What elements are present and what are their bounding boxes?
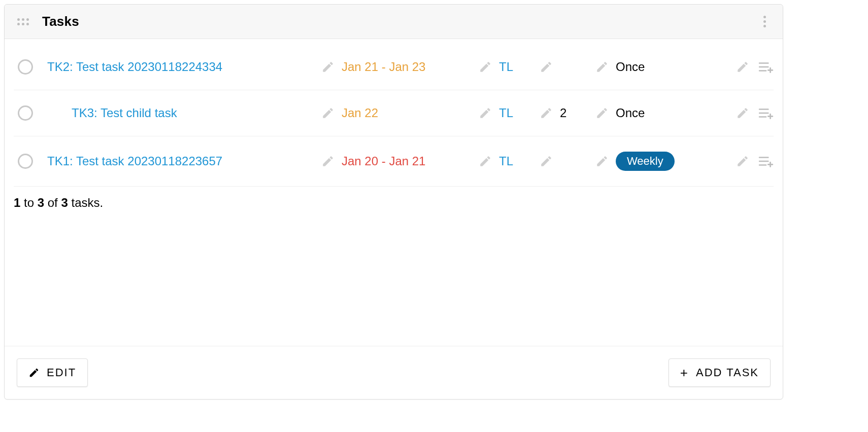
- task-count: 2: [560, 106, 566, 120]
- task-title-cell: TK2: Test task 20230118224334: [47, 60, 321, 74]
- drag-handle-icon[interactable]: [17, 16, 29, 28]
- task-title-link[interactable]: TK3: Test child task: [72, 106, 177, 120]
- tasks-panel: Tasks TK2: Test task 20230118224334Jan 2…: [4, 4, 783, 400]
- recurrence-text: Once: [616, 60, 645, 74]
- task-date: Jan 22: [342, 106, 378, 120]
- pencil-icon[interactable]: [736, 155, 749, 168]
- pencil-icon[interactable]: [736, 106, 749, 120]
- task-title-link[interactable]: TK1: Test task 20230118223657: [47, 154, 222, 168]
- pencil-icon[interactable]: [540, 60, 553, 74]
- task-date-cell: Jan 21 - Jan 23: [342, 60, 479, 74]
- pencil-icon: [28, 367, 40, 378]
- task-title-cell: TK3: Test child task: [47, 106, 321, 120]
- add-subtask-icon[interactable]: [758, 155, 774, 167]
- task-owner-link[interactable]: TL: [499, 106, 513, 120]
- task-recurrence-cell: Once: [616, 60, 707, 74]
- panel-title: Tasks: [42, 14, 79, 29]
- pencil-icon[interactable]: [595, 106, 609, 120]
- pencil-icon[interactable]: [595, 60, 609, 74]
- row-actions: [736, 106, 774, 120]
- task-owner-cell: TL: [499, 106, 540, 120]
- pencil-icon[interactable]: [736, 60, 749, 74]
- task-date: Jan 21 - Jan 23: [342, 60, 425, 74]
- task-checkbox[interactable]: [18, 59, 33, 75]
- task-owner-cell: TL: [499, 60, 540, 74]
- pencil-icon[interactable]: [540, 155, 553, 168]
- add-subtask-icon[interactable]: [758, 107, 774, 119]
- task-checkbox[interactable]: [18, 154, 33, 169]
- task-recurrence-cell: Once: [616, 106, 707, 120]
- pencil-icon[interactable]: [479, 155, 492, 168]
- more-menu-button[interactable]: [758, 16, 771, 27]
- task-row: TK2: Test task 20230118224334Jan 21 - Ja…: [14, 44, 774, 90]
- task-date: Jan 20 - Jan 21: [342, 154, 425, 168]
- task-owner-cell: TL: [499, 154, 540, 168]
- edit-button[interactable]: EDIT: [17, 358, 88, 387]
- panel-footer: EDIT + ADD TASK: [5, 346, 783, 399]
- row-actions: [736, 155, 774, 168]
- panel-header: Tasks: [5, 5, 783, 39]
- pencil-icon[interactable]: [321, 155, 335, 168]
- add-subtask-icon[interactable]: [758, 61, 774, 73]
- pencil-icon[interactable]: [479, 60, 492, 74]
- task-row: TK1: Test task 20230118223657Jan 20 - Ja…: [14, 136, 774, 187]
- pager-total: 3: [61, 196, 68, 209]
- task-list: TK2: Test task 20230118224334Jan 21 - Ja…: [5, 39, 783, 187]
- pager-to: 3: [38, 196, 44, 209]
- task-title-link[interactable]: TK2: Test task 20230118224334: [47, 60, 222, 74]
- add-task-button-label: ADD TASK: [696, 366, 759, 379]
- task-owner-link[interactable]: TL: [499, 60, 513, 74]
- pencil-icon[interactable]: [321, 60, 335, 74]
- task-owner-link[interactable]: TL: [499, 154, 513, 168]
- task-date-cell: Jan 20 - Jan 21: [342, 154, 479, 168]
- pager-text: 1 to 3 of 3 tasks.: [5, 187, 783, 210]
- add-task-button[interactable]: + ADD TASK: [669, 358, 771, 387]
- recurrence-badge: Weekly: [616, 152, 675, 171]
- task-row: TK3: Test child taskJan 22TL2Once: [14, 90, 774, 136]
- task-count-cell: 2: [560, 106, 595, 120]
- row-actions: [736, 60, 774, 74]
- task-checkbox[interactable]: [18, 105, 33, 121]
- pager-from: 1: [14, 196, 20, 209]
- task-title-cell: TK1: Test task 20230118223657: [47, 154, 321, 168]
- plus-icon: +: [680, 366, 689, 379]
- task-date-cell: Jan 22: [342, 106, 479, 120]
- pencil-icon[interactable]: [595, 155, 609, 168]
- pencil-icon[interactable]: [540, 106, 553, 120]
- pencil-icon[interactable]: [479, 106, 492, 120]
- pencil-icon[interactable]: [321, 106, 335, 120]
- recurrence-text: Once: [616, 106, 645, 120]
- edit-button-label: EDIT: [47, 366, 76, 379]
- task-recurrence-cell: Weekly: [616, 152, 707, 171]
